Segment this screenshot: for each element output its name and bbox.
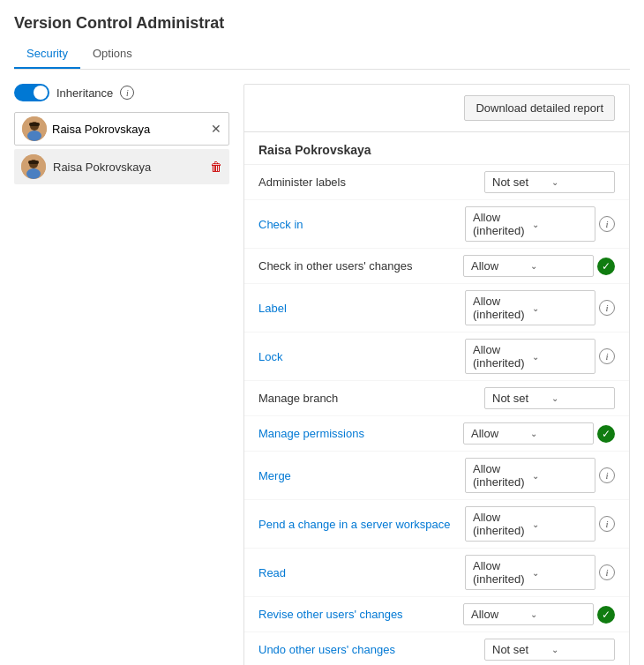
chevron-down-icon: ⌄ <box>532 303 588 313</box>
delete-user-icon[interactable]: 🗑 <box>210 160 222 174</box>
permission-name: Check in <box>258 218 465 231</box>
permission-dropdown[interactable]: Not set⌄ <box>484 171 615 193</box>
permission-row: ReadAllow (inherited)⌄i <box>244 549 629 597</box>
permission-control: Allow (inherited)⌄i <box>465 290 615 325</box>
permission-control: Allow (inherited)⌄i <box>465 206 615 242</box>
permission-control: Not set⌄ <box>484 171 615 193</box>
permission-name: Read <box>258 566 465 579</box>
permission-dropdown[interactable]: Allow (inherited)⌄ <box>465 290 595 325</box>
permission-name: Administer labels <box>258 176 484 189</box>
permission-dropdown[interactable]: Allow⌄ <box>463 255 594 277</box>
permission-row: LockAllow (inherited)⌄i <box>244 332 629 381</box>
permission-control: Allow (inherited)⌄i <box>465 339 615 374</box>
permission-dropdown[interactable]: Allow (inherited)⌄ <box>465 555 595 590</box>
download-report-button[interactable]: Download detailed report <box>464 95 615 121</box>
permission-name: Revise other users' changes <box>258 608 463 621</box>
info-icon[interactable]: i <box>599 300 615 316</box>
chevron-down-icon: ⌄ <box>551 393 607 403</box>
permission-control: Allow⌄✓ <box>463 422 615 445</box>
check-icon: ✓ <box>597 606 615 624</box>
list-avatar <box>21 154 46 179</box>
permission-row: Manage permissionsAllow⌄✓ <box>244 416 629 452</box>
tab-security[interactable]: Security <box>14 40 80 69</box>
tab-bar: Security Options <box>14 40 630 70</box>
info-icon[interactable]: i <box>599 216 615 232</box>
search-close-icon[interactable]: ✕ <box>211 122 221 136</box>
left-panel: Inheritance i ✕ <box>14 84 243 665</box>
permission-row: Undo other users' changesNot set⌄ <box>244 632 629 665</box>
permission-name: Pend a change in a server workspace <box>258 518 465 531</box>
tab-options[interactable]: Options <box>80 40 145 69</box>
permission-control: Allow⌄✓ <box>463 255 615 277</box>
chevron-down-icon: ⌄ <box>530 429 586 438</box>
info-icon[interactable]: i <box>599 564 615 580</box>
permission-dropdown[interactable]: Not set⌄ <box>484 639 615 661</box>
chevron-down-icon: ⌄ <box>532 568 588 578</box>
permission-row: Check inAllow (inherited)⌄i <box>244 200 629 249</box>
svg-point-2 <box>27 131 41 141</box>
svg-point-6 <box>26 168 41 179</box>
permission-row: Check in other users' changesAllow⌄✓ <box>244 249 629 284</box>
permission-control: Allow (inherited)⌄i <box>465 555 615 590</box>
permission-dropdown[interactable]: Allow (inherited)⌄ <box>465 506 595 542</box>
permission-name: Undo other users' changes <box>258 643 484 656</box>
permission-control: Not set⌄ <box>484 387 615 409</box>
permission-control: Not set⌄ <box>484 639 615 661</box>
inheritance-info-icon[interactable]: i <box>120 86 134 100</box>
permission-row: MergeAllow (inherited)⌄i <box>244 452 629 500</box>
chevron-down-icon: ⌄ <box>551 645 607 654</box>
permission-dropdown[interactable]: Not set⌄ <box>484 387 615 409</box>
search-avatar <box>22 116 47 141</box>
permissions-table: Administer labelsNot set⌄Check inAllow (… <box>244 165 629 665</box>
permission-name: Merge <box>258 469 465 482</box>
chevron-down-icon: ⌄ <box>532 519 588 529</box>
inheritance-toggle[interactable] <box>14 84 49 101</box>
permission-dropdown[interactable]: Allow (inherited)⌄ <box>465 206 595 242</box>
inheritance-label: Inheritance <box>56 86 113 100</box>
chevron-down-icon: ⌄ <box>530 609 586 619</box>
chevron-down-icon: ⌄ <box>532 220 588 229</box>
permission-dropdown[interactable]: Allow⌄ <box>463 603 594 625</box>
chevron-down-icon: ⌄ <box>530 261 586 271</box>
permission-row: LabelAllow (inherited)⌄i <box>244 284 629 332</box>
chevron-down-icon: ⌄ <box>532 471 588 481</box>
search-input[interactable] <box>52 123 206 136</box>
check-icon: ✓ <box>597 425 615 443</box>
svg-rect-3 <box>29 123 40 126</box>
right-panel: Download detailed report Raisa Pokrovska… <box>243 84 630 665</box>
permission-row: Revise other users' changesAllow⌄✓ <box>244 597 629 632</box>
info-icon[interactable]: i <box>599 348 615 364</box>
main-content: Inheritance i ✕ <box>0 70 644 665</box>
permission-control: Allow⌄✓ <box>463 603 615 625</box>
info-icon[interactable]: i <box>599 467 615 483</box>
user-search-box[interactable]: ✕ <box>14 112 229 146</box>
permission-name: Check in other users' changes <box>258 259 463 273</box>
person-name-header: Raisa Pokrovskaya <box>244 132 629 165</box>
permission-row: Manage branchNot set⌄ <box>244 381 629 416</box>
permission-control: Allow (inherited)⌄i <box>465 506 615 542</box>
inheritance-row: Inheritance i <box>14 84 229 101</box>
permission-row: Pend a change in a server workspaceAllow… <box>244 500 629 549</box>
permission-name: Manage permissions <box>258 427 463 440</box>
list-user-name: Raisa Pokrovskaya <box>53 161 203 174</box>
permission-dropdown[interactable]: Allow (inherited)⌄ <box>465 339 595 374</box>
page-title: Version Control Administrat <box>14 14 630 33</box>
check-icon: ✓ <box>597 258 615 275</box>
chevron-down-icon: ⌄ <box>551 177 607 187</box>
user-list-item[interactable]: Raisa Pokrovskaya 🗑 <box>14 149 229 184</box>
permission-name: Label <box>258 302 465 315</box>
permission-name: Lock <box>258 350 465 363</box>
permission-dropdown[interactable]: Allow (inherited)⌄ <box>465 458 595 493</box>
right-panel-header: Download detailed report <box>244 85 629 132</box>
permission-dropdown[interactable]: Allow⌄ <box>463 422 594 445</box>
chevron-down-icon: ⌄ <box>532 352 588 362</box>
page-header: Version Control Administrat Security Opt… <box>0 0 644 70</box>
svg-rect-7 <box>28 161 39 164</box>
permission-row: Administer labelsNot set⌄ <box>244 165 629 200</box>
info-icon[interactable]: i <box>599 516 615 532</box>
permission-control: Allow (inherited)⌄i <box>465 458 615 493</box>
toggle-thumb <box>34 86 48 100</box>
permission-name: Manage branch <box>258 392 484 405</box>
